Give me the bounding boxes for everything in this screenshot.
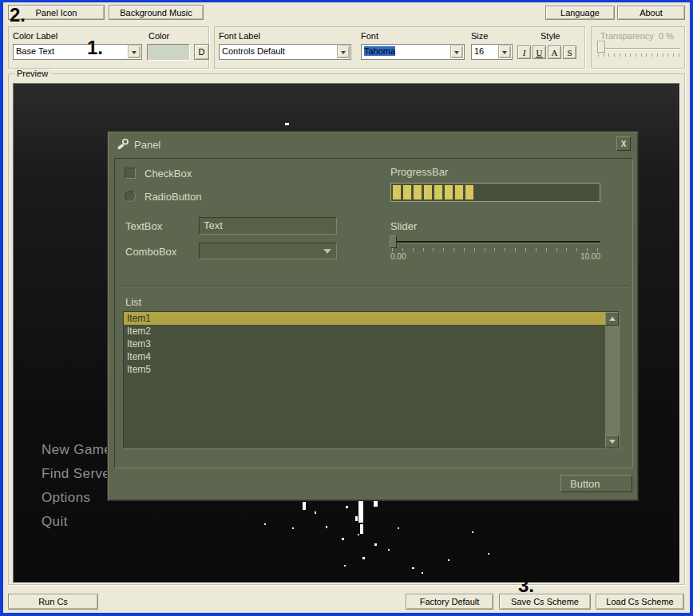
preview-slider[interactable]: [390, 241, 600, 243]
checkbox-label: CheckBox: [145, 168, 192, 180]
arrow-down-icon: [609, 440, 616, 447]
speck: [346, 506, 348, 508]
tick-mark: [667, 53, 668, 57]
tick-mark: [453, 248, 454, 251]
list-item[interactable]: Item3: [124, 338, 605, 350]
speck: [360, 524, 363, 534]
size-combo-value: 16: [474, 46, 484, 56]
panel-close-button[interactable]: X: [616, 136, 631, 151]
tick-mark: [556, 248, 557, 251]
color-swatch[interactable]: [147, 44, 190, 61]
tick-mark: [433, 248, 434, 251]
combobox-label: ComboBox: [125, 246, 176, 258]
tick-mark: [505, 248, 505, 251]
list-item[interactable]: Item2: [124, 325, 605, 338]
speck: [264, 523, 266, 525]
tick-mark: [597, 248, 598, 251]
preview-label: Preview: [14, 69, 50, 78]
preview-checkbox[interactable]: [125, 168, 136, 179]
progress-segment: [455, 185, 463, 199]
tick-mark: [423, 248, 424, 251]
about-button[interactable]: About: [617, 6, 685, 20]
list-item[interactable]: Item1: [124, 312, 605, 325]
color-label-combo[interactable]: Base Text: [13, 44, 142, 60]
speck: [344, 565, 346, 567]
style-italic-button[interactable]: I: [517, 45, 531, 59]
panel-title: Panel: [134, 139, 160, 151]
scroll-down-button[interactable]: [605, 435, 619, 448]
default-color-button[interactable]: D: [194, 44, 209, 60]
list-scrollbar: [605, 312, 619, 448]
chevron-down-icon[interactable]: [337, 45, 350, 58]
transparency-ticks: [598, 53, 679, 57]
style-underline-button[interactable]: U: [533, 45, 546, 59]
font-caption: Font: [361, 31, 378, 41]
tick-mark: [673, 53, 674, 57]
transparency-slider[interactable]: [597, 48, 680, 49]
tick-mark: [679, 53, 679, 57]
style-a-button[interactable]: A: [548, 45, 561, 59]
speck: [374, 500, 378, 507]
slider-handle[interactable]: [390, 235, 397, 248]
style-s-button[interactable]: S: [563, 45, 576, 59]
tick-mark: [625, 53, 626, 57]
load-scheme-button[interactable]: Load Cs Scheme: [596, 594, 684, 610]
color-group-title: Color Label: [13, 31, 57, 41]
tick-mark: [464, 248, 465, 251]
tick-mark: [630, 53, 631, 57]
speck: [388, 549, 390, 551]
speck: [292, 527, 294, 529]
background-music-button[interactable]: Background Music: [109, 5, 204, 20]
tick-mark: [525, 248, 526, 251]
slider-min-label: 0.00: [390, 252, 406, 261]
speck: [422, 572, 423, 574]
save-scheme-button[interactable]: Save Cs Scheme: [499, 594, 591, 610]
preview-radio[interactable]: [125, 191, 136, 202]
scroll-up-button[interactable]: [605, 312, 619, 326]
tick-mark: [620, 53, 620, 57]
scrollbar-track[interactable]: [605, 326, 619, 435]
preview-combobox[interactable]: [199, 243, 337, 259]
progress-segment: [424, 185, 432, 199]
list-item[interactable]: Item5: [124, 363, 605, 376]
progressbar-label: ProgressBar: [390, 166, 448, 178]
progress-segment: [393, 185, 401, 199]
transparency-slider-thumb[interactable]: [597, 41, 605, 53]
speck: [358, 534, 359, 535]
factory-default-button[interactable]: Factory Default: [406, 594, 493, 610]
menu-item: New Game: [42, 442, 112, 458]
chevron-down-icon[interactable]: [128, 45, 141, 58]
chevron-down-icon[interactable]: [498, 45, 511, 58]
tick-mark: [614, 53, 615, 57]
preview-button[interactable]: Button: [560, 475, 632, 492]
speck: [285, 123, 289, 125]
progress-segment: [445, 185, 453, 199]
tick-mark: [485, 248, 485, 251]
slider-max-label: 10.00: [563, 252, 600, 261]
preview-button-label: Button: [570, 478, 600, 490]
run-cs-button[interactable]: Run Cs: [8, 594, 98, 610]
steam-icon: [117, 137, 130, 151]
speck: [398, 527, 399, 529]
font-label-combo[interactable]: Controls Default: [219, 44, 351, 60]
speck: [374, 543, 377, 546]
slider-ticks: [392, 248, 598, 251]
menu-item: Quit: [42, 514, 68, 530]
tick-mark: [587, 248, 588, 251]
size-combo[interactable]: 16: [471, 44, 513, 60]
progressbar: [390, 183, 600, 202]
list-box: Item1Item2Item3Item4Item5: [123, 311, 620, 449]
language-button[interactable]: Language: [545, 6, 615, 20]
speck: [412, 567, 414, 569]
tick-mark: [646, 53, 647, 57]
font-combo[interactable]: Tahoma: [361, 44, 465, 60]
list-item[interactable]: Item4: [124, 350, 605, 363]
tick-mark: [494, 248, 495, 251]
chevron-down-icon: [323, 249, 331, 258]
arrow-up-icon: [609, 314, 616, 321]
preview-textbox[interactable]: Text: [199, 217, 337, 235]
radio-label: RadioButton: [145, 191, 202, 203]
chevron-down-icon[interactable]: [450, 45, 463, 58]
size-caption: Size: [471, 31, 488, 41]
speck: [488, 553, 489, 555]
